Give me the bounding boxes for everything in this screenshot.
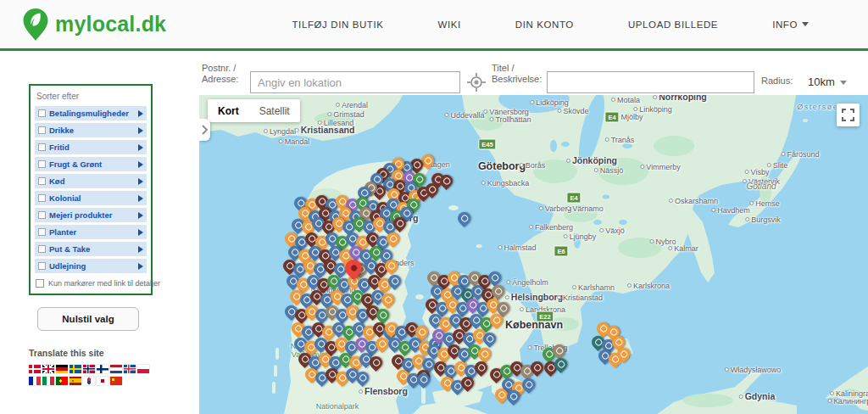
nav-item-tilf-j-din-butik[interactable]: TILFØJ DIN BUTIK (292, 20, 384, 30)
expand-arrow-icon[interactable] (138, 212, 143, 219)
filter-label: Udlejning (49, 261, 138, 271)
expand-arrow-icon[interactable] (138, 246, 143, 253)
filter-row-fritid[interactable]: Fritid (35, 140, 147, 154)
nav-item-upload-billede[interactable]: UPLOAD BILLEDE (628, 20, 718, 30)
filter-row-mejeri-produkter[interactable]: Mejeri produkter (35, 208, 147, 222)
crosshair-locate-icon[interactable] (467, 73, 486, 92)
checkbox[interactable] (38, 245, 46, 253)
filter-label: Kolonial (49, 193, 138, 203)
flag-spain-icon[interactable] (70, 377, 81, 385)
filter-row-drikke[interactable]: Drikke (35, 123, 147, 137)
flag-netherlands-icon[interactable] (110, 365, 122, 373)
checkbox[interactable] (38, 160, 46, 168)
expand-arrow-icon[interactable] (138, 144, 143, 151)
main-nav: TILFØJ DIN BUTIKWIKIDIN KONTOUPLOAD BILL… (292, 20, 810, 30)
expand-arrow-icon[interactable] (138, 127, 143, 134)
filter-row-frugt-grønt[interactable]: Frugt & Grønt (35, 157, 147, 171)
title-label: Titel / Beskrivelse: (492, 63, 542, 85)
location-input[interactable] (250, 71, 460, 93)
site-title: mylocal.dk (55, 12, 166, 36)
nav-item-din-konto[interactable]: DIN KONTO (515, 20, 574, 30)
expand-arrow-icon[interactable] (138, 195, 143, 202)
filter-label: Planter (49, 227, 138, 237)
flag-united-kingdom-icon[interactable] (42, 365, 54, 373)
chevron-down-icon (802, 22, 809, 26)
checkbox[interactable] (38, 143, 46, 151)
filter-label: Betalingsmuligheder (49, 109, 138, 118)
translate-flags-row-2 (29, 377, 122, 385)
flag-denmark-icon[interactable] (29, 365, 41, 373)
filter-row-put-take[interactable]: Put & Take (35, 242, 147, 256)
checkbox[interactable] (38, 109, 46, 117)
translate-flags-row-1 (29, 365, 149, 373)
checkbox[interactable] (38, 177, 46, 185)
map-type-control: Kort Satellit (208, 99, 300, 122)
map-canvas[interactable]: Kort Satellit ArendalGrimstadLillesandKr… (199, 95, 868, 414)
flag-iceland-icon[interactable] (124, 365, 136, 373)
filter-row-kolonial[interactable]: Kolonial (35, 191, 147, 205)
only-link-filter[interactable]: Kun markører med link til detaljer (35, 279, 147, 288)
checkbox[interactable] (38, 211, 46, 219)
expand-arrow-icon[interactable] (138, 263, 143, 270)
flag-italy-icon[interactable] (42, 377, 54, 385)
fullscreen-icon (842, 109, 854, 121)
filter-row-udlejning[interactable]: Udlejning (35, 259, 147, 273)
nav-item-label: DIN KONTO (515, 20, 574, 30)
reset-selection-button[interactable]: Nulstil valg (37, 307, 139, 331)
title-description-input[interactable] (547, 71, 754, 93)
sidebar-collapse-tab[interactable] (199, 119, 210, 141)
filter-box: Sorter efter BetalingsmulighederDrikkeFr… (29, 84, 153, 295)
checkbox[interactable] (38, 262, 46, 270)
fullscreen-button[interactable] (837, 104, 860, 126)
nav-item-label: INFO (772, 20, 798, 30)
map-pin-leaf-icon (22, 8, 49, 42)
flag-china-icon[interactable] (110, 377, 122, 385)
filter-label: Drikke (49, 126, 138, 135)
flag-finland-icon[interactable] (97, 365, 108, 373)
only-link-label: Kun markører med link til detaljer (48, 279, 160, 288)
checkbox[interactable] (38, 228, 46, 236)
flag-south-korea-icon[interactable] (83, 377, 95, 385)
location-label: Postnr. / Adresse: (202, 63, 238, 85)
filter-box-title: Sorter efter (35, 90, 147, 106)
filter-label: Put & Take (49, 244, 138, 254)
filter-row-planter[interactable]: Planter (35, 225, 147, 239)
map-type-kort-button[interactable]: Kort (208, 99, 249, 122)
filter-row-kød[interactable]: Kød (35, 174, 147, 188)
radius-label: Radius: (761, 76, 793, 87)
chevron-down-icon (840, 81, 847, 85)
expand-arrow-icon[interactable] (138, 178, 143, 185)
translate-label: Translate this site (29, 348, 104, 358)
filter-label: Fritid (49, 143, 138, 152)
nav-item-wiki[interactable]: WIKI (438, 20, 461, 30)
filter-label: Frugt & Grønt (49, 159, 138, 169)
filter-sidebar: Sorter efter BetalingsmulighederDrikkeFr… (0, 53, 199, 414)
checkbox[interactable] (38, 126, 46, 134)
expand-arrow-icon[interactable] (138, 161, 143, 168)
radius-select[interactable]: 10km (808, 76, 835, 88)
expand-arrow-icon[interactable] (138, 110, 143, 117)
nav-item-label: UPLOAD BILLEDE (628, 20, 718, 30)
expand-arrow-icon[interactable] (138, 229, 143, 236)
filter-label: Kød (49, 176, 138, 186)
logo[interactable]: mylocal.dk (22, 8, 166, 42)
top-navigation-bar: mylocal.dk TILFØJ DIN BUTIKWIKIDIN KONTO… (0, 0, 868, 51)
nav-item-label: TILFØJ DIN BUTIK (292, 20, 384, 30)
nav-item-info[interactable]: INFO (772, 20, 809, 30)
filter-label: Mejeri produkter (49, 210, 138, 220)
flag-poland-icon[interactable] (137, 365, 149, 373)
flag-portugal-icon[interactable] (56, 377, 68, 385)
flag-sweden-icon[interactable] (70, 365, 81, 373)
checkbox[interactable] (38, 194, 46, 202)
flag-france-icon[interactable] (29, 377, 41, 385)
search-form: Postnr. / Adresse: Titel / Beskrivelse: … (199, 53, 868, 95)
flag-germany-icon[interactable] (56, 365, 68, 373)
checkbox[interactable] (36, 279, 44, 288)
filter-row-betalingsmuligheder[interactable]: Betalingsmuligheder (35, 106, 147, 120)
nav-item-label: WIKI (438, 20, 461, 30)
chevron-right-icon (202, 125, 208, 135)
map-type-satellit-button[interactable]: Satellit (249, 99, 300, 122)
flag-norway-icon[interactable] (83, 365, 95, 373)
flag-japan-icon[interactable] (97, 377, 108, 385)
